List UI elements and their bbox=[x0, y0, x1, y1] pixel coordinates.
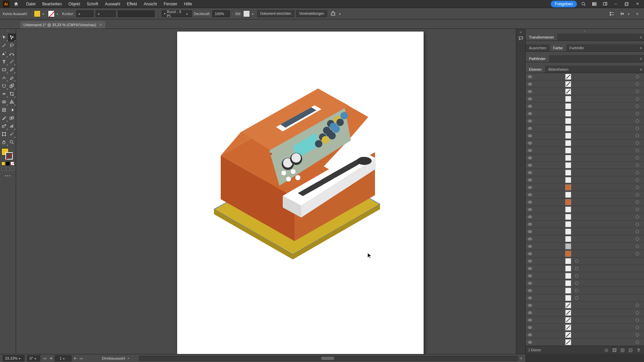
horizontal-scrollbar[interactable] bbox=[139, 356, 518, 361]
layer-visibility-icon[interactable] bbox=[526, 274, 534, 278]
minimize-icon[interactable]: ─ bbox=[613, 1, 619, 7]
layer-target-icon[interactable] bbox=[634, 134, 641, 137]
artboard-tool[interactable] bbox=[0, 130, 8, 138]
stroke-dropdown-icon[interactable] bbox=[57, 12, 60, 16]
layer-visibility-icon[interactable] bbox=[526, 222, 534, 227]
layer-visibility-icon[interactable] bbox=[526, 126, 534, 131]
lasso-tool[interactable] bbox=[8, 42, 16, 50]
type-tool[interactable] bbox=[0, 58, 8, 66]
layer-name-label[interactable] bbox=[573, 259, 644, 263]
layer-target-icon[interactable] bbox=[634, 112, 641, 115]
layer-name-label[interactable] bbox=[573, 289, 644, 292]
tool-collapse-icon[interactable]: « bbox=[0, 29, 16, 34]
fill-swatch[interactable] bbox=[34, 10, 41, 17]
layer-visibility-icon[interactable] bbox=[526, 244, 534, 249]
hand-tool[interactable] bbox=[0, 138, 8, 146]
layer-visibility-icon[interactable] bbox=[526, 111, 534, 116]
menu-datei[interactable]: Datei bbox=[23, 2, 39, 6]
layer-row[interactable] bbox=[526, 184, 644, 191]
layer-row[interactable] bbox=[526, 243, 644, 250]
shape-builder-tool[interactable] bbox=[0, 98, 8, 106]
layer-visibility-icon[interactable] bbox=[526, 156, 534, 160]
layer-row[interactable] bbox=[526, 272, 644, 280]
rotate-tool[interactable] bbox=[0, 82, 8, 90]
panel-menu-icon[interactable]: ≡ bbox=[633, 10, 641, 17]
tab-align[interactable]: Ausrichten bbox=[526, 44, 550, 51]
layer-row[interactable] bbox=[526, 110, 644, 117]
menu-schrift[interactable]: Schrift bbox=[84, 2, 102, 6]
artboard-next-icon[interactable]: ▶ bbox=[74, 356, 77, 360]
layer-row[interactable] bbox=[526, 280, 644, 287]
layer-row[interactable] bbox=[526, 80, 644, 88]
layer-target-icon[interactable] bbox=[634, 223, 641, 226]
layer-visibility-icon[interactable] bbox=[526, 229, 534, 234]
layer-row[interactable] bbox=[526, 88, 644, 95]
layer-visibility-icon[interactable] bbox=[526, 89, 534, 94]
artboard-prev-icon[interactable]: ◀ bbox=[49, 356, 52, 360]
layer-visibility-icon[interactable] bbox=[526, 340, 534, 345]
layer-target-icon[interactable] bbox=[634, 230, 641, 233]
pen-tool[interactable] bbox=[0, 50, 8, 58]
layer-target-icon[interactable] bbox=[634, 333, 641, 337]
layer-row[interactable] bbox=[526, 331, 644, 339]
workspace-icon[interactable] bbox=[601, 1, 609, 7]
properties-toggle-icon[interactable] bbox=[608, 10, 616, 17]
layer-target-icon[interactable] bbox=[634, 171, 641, 174]
layer-visibility-icon[interactable] bbox=[526, 148, 534, 153]
layer-visibility-icon[interactable] bbox=[526, 215, 534, 219]
slice-tool[interactable] bbox=[8, 130, 16, 138]
layer-target-icon[interactable] bbox=[634, 252, 641, 255]
document-tab[interactable]: Unbenannt-1* @ 33,33 % (CMYK/Vorschau) × bbox=[20, 21, 105, 28]
layer-visibility-icon[interactable] bbox=[526, 296, 534, 300]
menu-hilfe[interactable]: Hilfe bbox=[181, 2, 196, 6]
tab-color[interactable]: Farbe bbox=[550, 44, 566, 51]
layer-row[interactable] bbox=[526, 191, 644, 198]
line-tool[interactable] bbox=[8, 58, 16, 66]
magic-wand-tool[interactable] bbox=[0, 42, 8, 50]
close-icon[interactable]: ✕ bbox=[635, 1, 640, 7]
clip-mask-icon[interactable] bbox=[612, 348, 617, 353]
panel-menu-icon[interactable]: ≡ bbox=[638, 46, 644, 50]
panel-collapse-icon[interactable]: « bbox=[526, 29, 644, 34]
align-to-icon[interactable] bbox=[329, 10, 337, 17]
layer-visibility-icon[interactable] bbox=[526, 207, 534, 212]
paintbrush-tool[interactable] bbox=[8, 66, 16, 74]
rectangle-tool[interactable] bbox=[0, 66, 8, 74]
panel-menu-icon[interactable]: ≡ bbox=[638, 35, 644, 39]
perspective-grid-tool[interactable] bbox=[8, 98, 16, 106]
layer-visibility-icon[interactable] bbox=[526, 310, 534, 315]
edit-toolbar-icon[interactable]: ••• bbox=[0, 172, 16, 180]
stroke-color-box[interactable] bbox=[5, 152, 13, 160]
rotation-select[interactable]: 0° bbox=[27, 355, 40, 361]
layer-target-icon[interactable] bbox=[634, 304, 641, 307]
layer-row[interactable] bbox=[526, 221, 644, 228]
gpu-toggle-icon[interactable] bbox=[618, 10, 626, 17]
layer-row[interactable] bbox=[526, 235, 644, 243]
layer-target-icon[interactable] bbox=[573, 267, 580, 270]
layer-visibility-icon[interactable] bbox=[526, 325, 534, 330]
direct-selection-tool[interactable] bbox=[8, 34, 16, 42]
layer-row[interactable] bbox=[526, 265, 644, 272]
layer-target-icon[interactable] bbox=[634, 186, 641, 189]
layer-row[interactable] bbox=[526, 162, 644, 169]
layer-target-icon[interactable] bbox=[634, 326, 641, 329]
layer-visibility-icon[interactable] bbox=[526, 303, 534, 308]
shaper-tool[interactable] bbox=[0, 74, 8, 82]
menu-ansicht[interactable]: Ansicht bbox=[141, 2, 160, 6]
layer-row[interactable] bbox=[526, 103, 644, 110]
align-to-dropdown-icon[interactable] bbox=[339, 12, 342, 16]
screen-mode-controls[interactable] bbox=[0, 166, 16, 172]
layer-row[interactable] bbox=[526, 147, 644, 154]
layer-visibility-icon[interactable] bbox=[526, 333, 534, 337]
layer-target-icon[interactable] bbox=[634, 208, 641, 211]
layer-visibility-icon[interactable] bbox=[526, 74, 534, 79]
stroke-weight-select[interactable] bbox=[76, 10, 94, 17]
layer-target-icon[interactable] bbox=[573, 282, 580, 285]
comments-icon[interactable] bbox=[518, 36, 524, 41]
layer-row[interactable] bbox=[526, 294, 644, 302]
layer-target-icon[interactable] bbox=[573, 296, 580, 300]
layer-name-label[interactable] bbox=[573, 296, 644, 300]
layer-target-icon[interactable] bbox=[634, 97, 641, 101]
menu-auswahl[interactable]: Auswahl bbox=[102, 2, 123, 6]
zoom-tool[interactable] bbox=[8, 138, 16, 146]
